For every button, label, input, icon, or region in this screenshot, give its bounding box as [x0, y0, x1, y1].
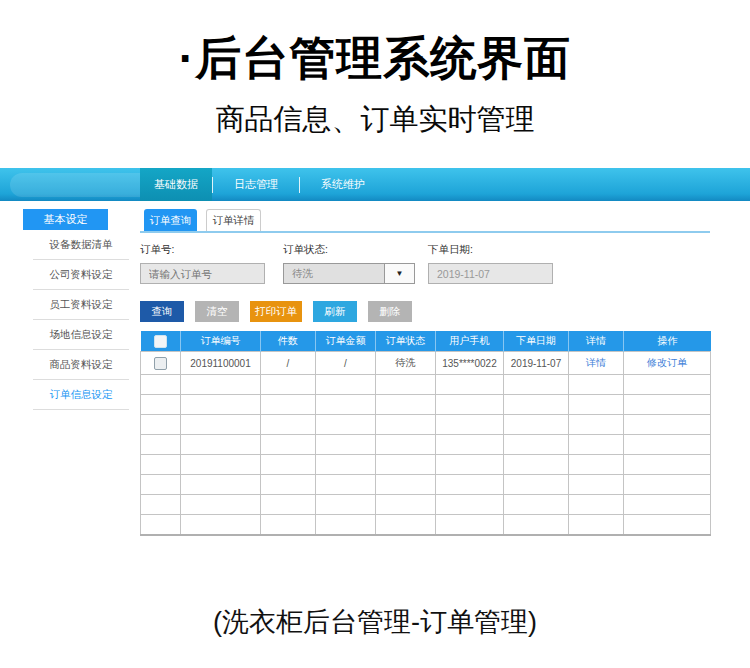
modify-order-link[interactable]: 修改订单 — [647, 357, 687, 368]
select-all-checkbox[interactable] — [154, 335, 167, 348]
empty-table-row — [141, 395, 711, 415]
empty-table-row — [141, 415, 711, 435]
tab-order-detail[interactable]: 订单详情 — [206, 209, 261, 231]
tab-order-query[interactable]: 订单查询 — [144, 209, 197, 231]
empty-table-row — [141, 435, 711, 455]
cell-pieces: / — [261, 352, 316, 375]
select-all-cell — [141, 331, 181, 352]
page-subtitle: 商品信息、订单实时管理 — [0, 100, 750, 140]
sidebar: 基本设定 设备数据清单 公司资料设定 员工资料设定 场地信息设定 商品资料设定 … — [23, 209, 135, 410]
nav-tab-basic-data[interactable]: 基础数据 — [140, 168, 212, 201]
empty-table-row — [141, 475, 711, 495]
filter-bar: 订单号: 订单状态: 待洗 ▼ 下单日期: — [140, 233, 710, 299]
cell-date: 2019-11-07 — [504, 352, 569, 375]
sidebar-item-company-profile[interactable]: 公司资料设定 — [33, 260, 129, 290]
col-phone: 用户手机 — [436, 331, 504, 352]
dropdown-arrow-icon[interactable]: ▼ — [384, 264, 414, 283]
cell-order-no: 20191100001 — [181, 352, 261, 375]
col-action: 操作 — [624, 331, 711, 352]
nav-tab-log-management[interactable]: 日志管理 — [213, 168, 299, 201]
table-header-row: 订单编号 件数 订单金额 订单状态 用户手机 下单日期 详情 操作 — [141, 331, 711, 352]
row-checkbox[interactable] — [154, 357, 167, 370]
sidebar-header-basic-settings: 基本设定 — [23, 209, 108, 230]
sidebar-item-device-data-list[interactable]: 设备数据清单 — [33, 230, 129, 260]
order-date-label: 下单日期: — [428, 243, 553, 257]
cell-amount: / — [316, 352, 376, 375]
refresh-button[interactable]: 刷新 — [313, 301, 357, 322]
page: ·后台管理系统界面 商品信息、订单实时管理 基础数据 日志管理 系统维护 基本设… — [0, 0, 750, 668]
page-title: ·后台管理系统界面 — [0, 28, 750, 90]
table-row: 20191100001 / / 待洗 135****0022 2019-11-0… — [141, 352, 711, 375]
sidebar-item-site-info[interactable]: 场地信息设定 — [33, 320, 129, 350]
sidebar-item-order-info[interactable]: 订单信息设定 — [33, 380, 129, 410]
filter-order-no: 订单号: — [140, 243, 265, 284]
action-button-bar: 查询 清空 打印订单 刷新 删除 — [140, 301, 710, 322]
top-navbar: 基础数据 日志管理 系统维护 — [0, 168, 750, 201]
sidebar-item-employee-profile[interactable]: 员工资料设定 — [33, 290, 129, 320]
order-table: 订单编号 件数 订单金额 订单状态 用户手机 下单日期 详情 操作 201911… — [140, 331, 711, 536]
order-no-input[interactable] — [140, 263, 265, 284]
col-order-no: 订单编号 — [181, 331, 261, 352]
empty-table-row — [141, 375, 711, 395]
empty-table-row — [141, 495, 711, 515]
query-button[interactable]: 查询 — [140, 301, 184, 322]
order-date-input[interactable] — [428, 263, 553, 284]
order-status-select[interactable]: 待洗 ▼ — [283, 263, 415, 284]
col-pieces: 件数 — [261, 331, 316, 352]
col-detail: 详情 — [569, 331, 624, 352]
empty-rows — [141, 375, 711, 536]
cell-phone: 135****0022 — [436, 352, 504, 375]
order-no-label: 订单号: — [140, 243, 265, 257]
nav-tab-system-maintenance[interactable]: 系统维护 — [300, 168, 386, 201]
filter-order-date: 下单日期: — [428, 243, 553, 284]
order-status-value: 待洗 — [284, 264, 384, 283]
main-panel: 订单查询 订单详情 订单号: 订单状态: 待洗 ▼ 下单日期: 查询 清空 — [140, 209, 710, 536]
main-tab-bar: 订单查询 订单详情 — [140, 209, 710, 233]
empty-table-row — [141, 515, 711, 536]
col-date: 下单日期 — [504, 331, 569, 352]
navbar-tabs: 基础数据 日志管理 系统维护 — [140, 168, 386, 201]
print-order-button[interactable]: 打印订单 — [250, 301, 302, 322]
col-amount: 订单金额 — [316, 331, 376, 352]
clear-button[interactable]: 清空 — [195, 301, 239, 322]
filter-order-status: 订单状态: 待洗 ▼ — [283, 243, 415, 284]
detail-link[interactable]: 详情 — [586, 357, 606, 368]
cell-status: 待洗 — [376, 352, 436, 375]
sidebar-item-product-profile[interactable]: 商品资料设定 — [33, 350, 129, 380]
col-status: 订单状态 — [376, 331, 436, 352]
order-status-label: 订单状态: — [283, 243, 415, 257]
delete-button[interactable]: 删除 — [368, 301, 412, 322]
image-caption: (洗衣柜后台管理-订单管理) — [0, 604, 750, 640]
empty-table-row — [141, 455, 711, 475]
